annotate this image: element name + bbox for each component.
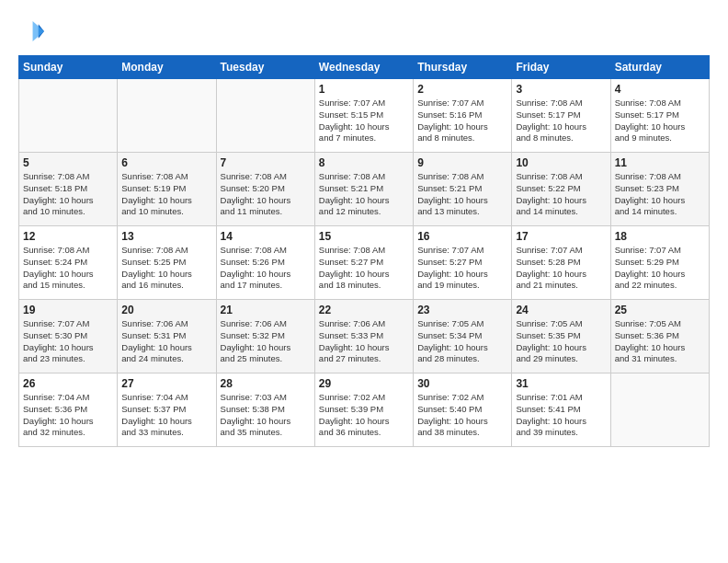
day-number: 30: [417, 377, 507, 390]
weekday-header-thursday: Thursday: [414, 56, 512, 79]
day-info: Sunrise: 7:07 AM Sunset: 5:27 PM Dayligh…: [417, 245, 507, 292]
day-info: Sunrise: 7:06 AM Sunset: 5:33 PM Dayligh…: [319, 318, 409, 365]
day-number: 5: [23, 156, 113, 169]
week-row-2: 5Sunrise: 7:08 AM Sunset: 5:18 PM Daylig…: [19, 153, 710, 226]
calendar-cell: 21Sunrise: 7:06 AM Sunset: 5:32 PM Dayli…: [216, 300, 314, 373]
weekday-header-wednesday: Wednesday: [314, 56, 413, 79]
day-info: Sunrise: 7:08 AM Sunset: 5:21 PM Dayligh…: [417, 171, 507, 218]
logo-icon: [18, 18, 44, 44]
day-number: 1: [319, 83, 409, 96]
calendar-cell: 15Sunrise: 7:08 AM Sunset: 5:27 PM Dayli…: [314, 226, 413, 300]
day-number: 29: [319, 377, 409, 390]
day-number: 28: [221, 377, 311, 390]
day-info: Sunrise: 7:07 AM Sunset: 5:28 PM Dayligh…: [516, 245, 606, 292]
day-number: 12: [23, 230, 113, 243]
calendar-cell: 4Sunrise: 7:08 AM Sunset: 5:17 PM Daylig…: [610, 79, 709, 153]
calendar-cell: 18Sunrise: 7:07 AM Sunset: 5:29 PM Dayli…: [610, 226, 709, 300]
weekday-header-row: SundayMondayTuesdayWednesdayThursdayFrid…: [19, 56, 710, 79]
day-number: 8: [319, 156, 409, 169]
day-number: 19: [23, 304, 113, 316]
calendar-cell: 31Sunrise: 7:01 AM Sunset: 5:41 PM Dayli…: [512, 373, 610, 447]
day-info: Sunrise: 7:08 AM Sunset: 5:23 PM Dayligh…: [615, 171, 705, 218]
day-info: Sunrise: 7:08 AM Sunset: 5:25 PM Dayligh…: [121, 245, 211, 292]
day-number: 6: [121, 156, 211, 169]
calendar-cell: 9Sunrise: 7:08 AM Sunset: 5:21 PM Daylig…: [414, 153, 512, 226]
day-info: Sunrise: 7:08 AM Sunset: 5:26 PM Dayligh…: [221, 245, 311, 292]
calendar-cell: [19, 79, 118, 153]
week-row-1: 1Sunrise: 7:07 AM Sunset: 5:15 PM Daylig…: [19, 79, 710, 153]
calendar-cell: 11Sunrise: 7:08 AM Sunset: 5:23 PM Dayli…: [610, 153, 709, 226]
day-info: Sunrise: 7:03 AM Sunset: 5:38 PM Dayligh…: [221, 392, 311, 439]
day-number: 11: [615, 156, 705, 169]
day-info: Sunrise: 7:08 AM Sunset: 5:18 PM Dayligh…: [23, 171, 113, 218]
calendar-cell: 16Sunrise: 7:07 AM Sunset: 5:27 PM Dayli…: [414, 226, 512, 300]
day-number: 2: [417, 83, 507, 96]
calendar-cell: 7Sunrise: 7:08 AM Sunset: 5:20 PM Daylig…: [216, 153, 314, 226]
weekday-header-tuesday: Tuesday: [216, 56, 314, 79]
day-number: 4: [615, 83, 705, 96]
day-number: 14: [221, 230, 311, 243]
day-info: Sunrise: 7:08 AM Sunset: 5:17 PM Dayligh…: [615, 98, 705, 144]
weekday-header-saturday: Saturday: [610, 56, 709, 79]
day-number: 20: [121, 304, 211, 316]
week-row-4: 19Sunrise: 7:07 AM Sunset: 5:30 PM Dayli…: [19, 300, 710, 373]
day-number: 26: [23, 377, 113, 390]
day-number: 16: [417, 230, 507, 243]
calendar-cell: [216, 79, 314, 153]
calendar-cell: 26Sunrise: 7:04 AM Sunset: 5:36 PM Dayli…: [19, 373, 118, 447]
day-info: Sunrise: 7:05 AM Sunset: 5:36 PM Dayligh…: [615, 318, 705, 365]
week-row-5: 26Sunrise: 7:04 AM Sunset: 5:36 PM Dayli…: [19, 373, 710, 447]
day-info: Sunrise: 7:07 AM Sunset: 5:16 PM Dayligh…: [417, 98, 507, 144]
day-info: Sunrise: 7:07 AM Sunset: 5:15 PM Dayligh…: [319, 98, 409, 144]
weekday-header-friday: Friday: [512, 56, 610, 79]
calendar-cell: 5Sunrise: 7:08 AM Sunset: 5:18 PM Daylig…: [19, 153, 118, 226]
day-info: Sunrise: 7:08 AM Sunset: 5:22 PM Dayligh…: [516, 171, 606, 218]
logo: [18, 18, 48, 44]
calendar-cell: [118, 79, 216, 153]
day-number: 15: [319, 230, 409, 243]
day-number: 17: [516, 230, 606, 243]
week-row-3: 12Sunrise: 7:08 AM Sunset: 5:24 PM Dayli…: [19, 226, 710, 300]
calendar-cell: 22Sunrise: 7:06 AM Sunset: 5:33 PM Dayli…: [314, 300, 413, 373]
day-info: Sunrise: 7:04 AM Sunset: 5:37 PM Dayligh…: [121, 392, 211, 439]
calendar-cell: 19Sunrise: 7:07 AM Sunset: 5:30 PM Dayli…: [19, 300, 118, 373]
day-info: Sunrise: 7:08 AM Sunset: 5:21 PM Dayligh…: [319, 171, 409, 218]
day-info: Sunrise: 7:06 AM Sunset: 5:31 PM Dayligh…: [121, 318, 211, 365]
day-number: 10: [516, 156, 606, 169]
day-number: 21: [221, 304, 311, 316]
calendar-cell: 12Sunrise: 7:08 AM Sunset: 5:24 PM Dayli…: [19, 226, 118, 300]
calendar-cell: 14Sunrise: 7:08 AM Sunset: 5:26 PM Dayli…: [216, 226, 314, 300]
day-info: Sunrise: 7:02 AM Sunset: 5:40 PM Dayligh…: [417, 392, 507, 439]
day-info: Sunrise: 7:08 AM Sunset: 5:17 PM Dayligh…: [516, 98, 606, 144]
calendar-cell: 10Sunrise: 7:08 AM Sunset: 5:22 PM Dayli…: [512, 153, 610, 226]
day-info: Sunrise: 7:08 AM Sunset: 5:24 PM Dayligh…: [23, 245, 113, 292]
calendar-table: SundayMondayTuesdayWednesdayThursdayFrid…: [18, 55, 710, 447]
calendar-cell: [610, 373, 709, 447]
day-info: Sunrise: 7:06 AM Sunset: 5:32 PM Dayligh…: [221, 318, 311, 365]
header: [18, 18, 710, 44]
calendar-cell: 20Sunrise: 7:06 AM Sunset: 5:31 PM Dayli…: [118, 300, 216, 373]
calendar-cell: 2Sunrise: 7:07 AM Sunset: 5:16 PM Daylig…: [414, 79, 512, 153]
day-number: 22: [319, 304, 409, 316]
day-number: 13: [121, 230, 211, 243]
day-info: Sunrise: 7:08 AM Sunset: 5:27 PM Dayligh…: [319, 245, 409, 292]
day-number: 24: [516, 304, 606, 316]
day-info: Sunrise: 7:07 AM Sunset: 5:30 PM Dayligh…: [23, 318, 113, 365]
day-info: Sunrise: 7:05 AM Sunset: 5:34 PM Dayligh…: [417, 318, 507, 365]
calendar-cell: 17Sunrise: 7:07 AM Sunset: 5:28 PM Dayli…: [512, 226, 610, 300]
page: SundayMondayTuesdayWednesdayThursdayFrid…: [0, 0, 728, 456]
calendar-cell: 25Sunrise: 7:05 AM Sunset: 5:36 PM Dayli…: [610, 300, 709, 373]
calendar-cell: 28Sunrise: 7:03 AM Sunset: 5:38 PM Dayli…: [216, 373, 314, 447]
day-info: Sunrise: 7:08 AM Sunset: 5:20 PM Dayligh…: [221, 171, 311, 218]
day-number: 25: [615, 304, 705, 316]
day-number: 31: [516, 377, 606, 390]
day-number: 3: [516, 83, 606, 96]
calendar-cell: 6Sunrise: 7:08 AM Sunset: 5:19 PM Daylig…: [118, 153, 216, 226]
weekday-header-monday: Monday: [118, 56, 216, 79]
day-info: Sunrise: 7:04 AM Sunset: 5:36 PM Dayligh…: [23, 392, 113, 439]
calendar-cell: 13Sunrise: 7:08 AM Sunset: 5:25 PM Dayli…: [118, 226, 216, 300]
day-number: 23: [417, 304, 507, 316]
day-info: Sunrise: 7:08 AM Sunset: 5:19 PM Dayligh…: [121, 171, 211, 218]
calendar-cell: 30Sunrise: 7:02 AM Sunset: 5:40 PM Dayli…: [414, 373, 512, 447]
calendar-cell: 3Sunrise: 7:08 AM Sunset: 5:17 PM Daylig…: [512, 79, 610, 153]
